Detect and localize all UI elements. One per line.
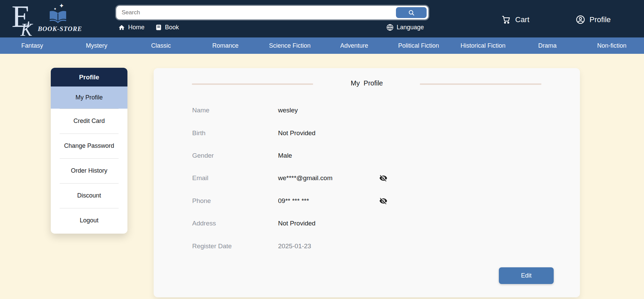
field-row: Birth Not Provided xyxy=(154,122,580,144)
globe-icon xyxy=(386,24,394,31)
search-icon xyxy=(408,9,415,16)
nav-home-link[interactable]: Home xyxy=(118,24,144,31)
field-label: Register Date xyxy=(192,242,232,250)
language-selector[interactable]: Language xyxy=(386,24,424,31)
field-label: Email xyxy=(192,174,209,182)
eye-off-icon xyxy=(379,201,387,206)
visibility-toggle-button[interactable] xyxy=(379,197,387,205)
person-circle-icon xyxy=(576,15,585,24)
header-subnav: Home Book xyxy=(118,24,179,31)
home-icon xyxy=(118,24,125,31)
nav-book-label: Book xyxy=(165,24,179,31)
field-row: Gender Male xyxy=(154,144,580,167)
sparkle-icon: ✦ xyxy=(59,2,64,10)
category-tab[interactable]: Classic xyxy=(129,37,193,54)
profile-label: Profile xyxy=(589,15,611,24)
field-value: wesley xyxy=(278,107,298,114)
book-icon xyxy=(155,24,162,31)
visibility-toggle-button[interactable] xyxy=(379,174,387,182)
profile-sidebar: Profile My ProfileCredit CardChange Pass… xyxy=(51,68,127,234)
sidebar-item[interactable]: Change Password xyxy=(51,133,127,158)
field-row: Email we****@gmail.com xyxy=(154,167,580,189)
field-row: Address Not Provided xyxy=(154,212,580,235)
field-label: Birth xyxy=(192,129,205,137)
cart-button[interactable]: Cart xyxy=(502,15,530,24)
field-label: Address xyxy=(192,220,216,227)
profile-fields: Name wesley Birth Not Provided Gender Ma… xyxy=(154,99,580,257)
sidebar-item[interactable]: Order History xyxy=(51,158,127,183)
category-tab[interactable]: Historical Fiction xyxy=(451,37,515,54)
page: EK ✦ ✦ BOOK-STORE xyxy=(0,0,644,299)
decorative-line-left xyxy=(192,83,313,85)
decorative-line-right xyxy=(420,83,541,85)
search-button[interactable] xyxy=(396,7,427,18)
sidebar-item[interactable]: Credit Card xyxy=(51,109,127,133)
my-profile-card: My Profile Name wesley Birth Not Provide… xyxy=(154,68,580,297)
sidebar-item[interactable]: My Profile xyxy=(51,86,127,109)
category-nav-bar: FantasyMysteryClassicRomanceScience Fict… xyxy=(0,37,644,54)
field-label: Name xyxy=(192,107,210,114)
field-label: Gender xyxy=(192,152,214,159)
category-tab[interactable]: Non-fiction xyxy=(580,37,644,54)
sidebar-item[interactable]: Logout xyxy=(51,208,127,233)
nav-book-link[interactable]: Book xyxy=(155,24,179,31)
field-label: Phone xyxy=(192,197,211,205)
sidebar-title: Profile xyxy=(51,68,127,86)
search-bar xyxy=(116,6,428,19)
search-input[interactable] xyxy=(116,6,396,19)
logo-letter-k: K xyxy=(20,21,32,39)
field-value: 09** *** *** xyxy=(278,197,309,205)
field-row: Register Date 2025-01-23 xyxy=(154,235,580,257)
field-value: Not Provided xyxy=(278,220,316,227)
sidebar-item[interactable]: Discount xyxy=(51,183,127,208)
category-tab[interactable]: Drama xyxy=(515,37,580,54)
category-tab[interactable]: Political Fiction xyxy=(386,37,451,54)
field-row: Name wesley xyxy=(154,99,580,122)
open-book-icon xyxy=(48,10,68,25)
sidebar-items: My ProfileCredit CardChange PasswordOrde… xyxy=(51,86,127,233)
language-label: Language xyxy=(397,24,424,31)
field-value: we****@gmail.com xyxy=(278,174,333,182)
field-value: Male xyxy=(278,152,292,159)
edit-button[interactable]: Edit xyxy=(499,267,554,284)
store-logo[interactable]: EK ✦ ✦ BOOK-STORE xyxy=(12,1,82,36)
panel-title: My Profile xyxy=(351,79,383,87)
logo-artwork: ✦ ✦ BOOK-STORE xyxy=(38,3,82,36)
cart-label: Cart xyxy=(515,15,530,24)
field-value: Not Provided xyxy=(278,129,316,137)
category-tab[interactable]: Romance xyxy=(193,37,258,54)
field-row: Phone 09** *** *** xyxy=(154,190,580,212)
category-tab[interactable]: Adventure xyxy=(322,37,386,54)
nav-home-label: Home xyxy=(128,24,144,31)
category-tab[interactable]: Fantasy xyxy=(0,37,64,54)
profile-button[interactable]: Profile xyxy=(576,15,611,24)
brand-name: BOOK-STORE xyxy=(38,25,82,33)
field-value: 2025-01-23 xyxy=(278,242,311,250)
cart-icon xyxy=(502,15,511,24)
category-tab[interactable]: Science Fiction xyxy=(258,37,322,54)
eye-off-icon xyxy=(379,178,387,183)
top-header: EK ✦ ✦ BOOK-STORE xyxy=(0,0,644,37)
category-tab[interactable]: Mystery xyxy=(64,37,129,54)
